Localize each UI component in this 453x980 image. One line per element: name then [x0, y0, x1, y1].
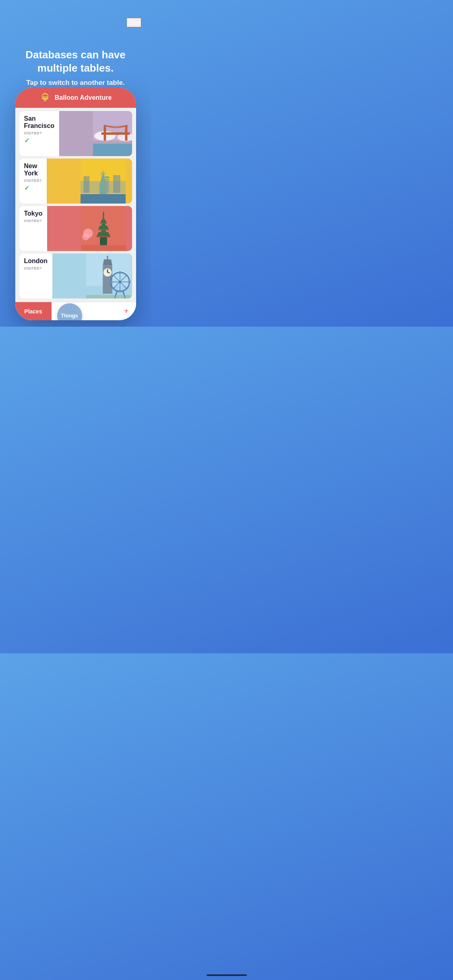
image-sf — [59, 111, 132, 156]
balloon-icon — [39, 92, 51, 103]
image-ny — [47, 159, 132, 204]
city-name-london: London — [24, 257, 48, 265]
svg-rect-56 — [119, 290, 121, 292]
svg-rect-11 — [93, 144, 132, 156]
tab-places[interactable]: Places — [15, 302, 52, 320]
svg-rect-15 — [83, 176, 89, 193]
svg-rect-48 — [107, 256, 108, 259]
list-item[interactable]: Tokyo VISITED? — [19, 206, 132, 251]
app-title: Balloon Adventure — [55, 94, 112, 101]
list-item[interactable]: New York VISITED? ✓ — [19, 159, 132, 204]
tab-places-label: Places — [24, 308, 42, 315]
svg-rect-58 — [128, 281, 131, 283]
svg-rect-18 — [99, 183, 107, 194]
visited-label-tokyo: VISITED? — [24, 219, 43, 223]
svg-marker-30 — [98, 226, 109, 230]
svg-marker-47 — [103, 259, 112, 266]
list-item-text-tokyo: Tokyo VISITED? — [19, 206, 48, 251]
svg-rect-61 — [86, 295, 131, 299]
svg-point-24 — [108, 175, 111, 177]
skip-button[interactable]: Skip — [126, 18, 141, 27]
list-item[interactable]: London VISITED? — [19, 253, 132, 299]
svg-rect-16 — [113, 175, 120, 193]
visited-label-sf: VISITED? — [24, 131, 55, 135]
headline-section: Databases can have multiple tables. Tap … — [0, 48, 151, 87]
city-name-ny: New York — [24, 163, 42, 177]
svg-rect-27 — [100, 237, 108, 245]
app-header: Balloon Adventure — [15, 88, 136, 108]
check-sf: ✓ — [24, 137, 55, 144]
phone-shell: Balloon Adventure San Francisco VISITED?… — [15, 88, 136, 320]
tab-add[interactable]: + — [88, 307, 136, 316]
app-content: San Francisco VISITED? ✓ — [15, 108, 136, 302]
svg-marker-28 — [97, 232, 111, 237]
tab-things-label: Things — [61, 313, 78, 319]
headline-sub: Tap to switch to another table. — [8, 78, 143, 87]
svg-rect-1 — [44, 100, 46, 102]
phone-mockup: Balloon Adventure San Francisco VISITED?… — [15, 88, 136, 321]
svg-point-38 — [82, 233, 89, 241]
check-ny: ✓ — [24, 184, 42, 192]
add-table-icon[interactable]: + — [124, 307, 129, 316]
tab-bar: Places Things + — [15, 302, 136, 320]
list-item[interactable]: San Francisco VISITED? ✓ — [19, 111, 132, 156]
image-london — [52, 253, 132, 299]
svg-rect-25 — [81, 194, 126, 204]
list-item-text-ny: New York VISITED? ✓ — [19, 159, 47, 204]
list-item-text-london: London VISITED? — [19, 253, 53, 299]
visited-label-london: VISITED? — [24, 266, 48, 270]
svg-rect-55 — [119, 271, 121, 274]
tab-things-bubble[interactable]: Things — [57, 303, 82, 321]
city-name-tokyo: Tokyo — [24, 210, 43, 217]
svg-rect-10 — [101, 132, 130, 135]
list-item-text-sf: San Francisco VISITED? ✓ — [19, 111, 60, 156]
headline-main: Databases can have multiple tables. — [8, 48, 143, 74]
svg-rect-39 — [81, 245, 126, 251]
visited-label-ny: VISITED? — [24, 179, 42, 183]
svg-rect-57 — [110, 281, 112, 283]
svg-point-0 — [41, 93, 48, 100]
city-name-sf: San Francisco — [24, 115, 55, 130]
image-tokyo — [47, 206, 132, 251]
